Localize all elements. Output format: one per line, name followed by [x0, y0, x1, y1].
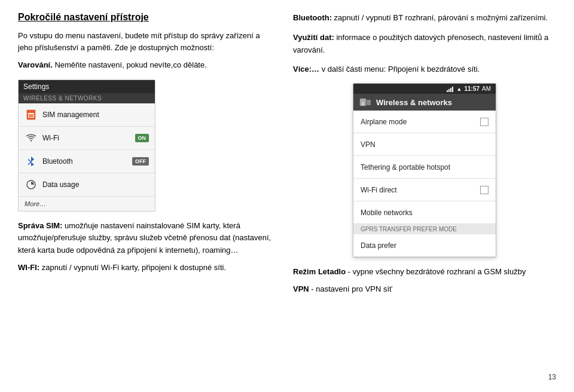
svg-line-6	[28, 159, 31, 162]
phone-row-data: Data usage	[19, 173, 155, 197]
data-desc-term: Využití dat:	[293, 33, 336, 42]
right-desc-bluetooth: Bluetooth: zapnutí / vypnutí BT rozhraní…	[293, 12, 556, 24]
phone2-row-tethering: Tethering & portable hotspot	[353, 156, 496, 179]
wireless-title-icon	[359, 97, 371, 107]
svg-marker-4	[31, 157, 34, 162]
data-usage-label: Data usage	[42, 180, 149, 189]
sim-term: Správa SIM:	[18, 221, 65, 230]
phone2-section-gprs: GPRS transfer prefer mode	[353, 224, 496, 234]
bluetooth-desc-term: Bluetooth:	[293, 13, 334, 22]
phone2-row-vpn: VPN	[353, 133, 496, 156]
wifidirect-label: Wi-Fi direct	[361, 186, 397, 194]
signal-bars	[447, 86, 453, 92]
page-number: 13	[548, 373, 556, 381]
phone-row-bluetooth: Bluetooth OFF	[19, 150, 155, 173]
bottom-left-section: Správa SIM: umožňuje nastavení nainstalo…	[18, 220, 275, 274]
bluetooth-icon	[25, 155, 38, 168]
phone-screenshot-wireless: ▲ 11:57 AM Wireless & networks Airplane …	[353, 83, 496, 258]
phone-screenshot-settings: Settings WIRELESS & NETWORKS SIM managem…	[18, 79, 155, 212]
phone-screen: WIRELESS & NETWORKS SIM management	[19, 93, 155, 211]
bluetooth-desc: Bluetooth: zapnutí / vypnutí BT rozhraní…	[293, 12, 556, 24]
vpn-description: VPN - nastavení pro VPN síť	[293, 283, 556, 296]
right-column: Bluetooth: zapnutí / vypnutí BT rozhraní…	[287, 12, 556, 380]
bluetooth-toggle: OFF	[132, 157, 149, 166]
airplane-text: - vypne všechny bezdrátové rozhraní a GS…	[348, 267, 526, 276]
wifi-description: WI-FI: zapnutí / vypnutí Wi-Fi karty, př…	[18, 262, 275, 274]
more-desc-text: v další části menu: Připojení k bezdráto…	[322, 65, 480, 74]
phone-row-sim: SIM management	[19, 103, 155, 127]
sim-icon	[25, 108, 38, 121]
airplane-checkbox	[480, 118, 488, 126]
airplane-description: Režim Letadlo - vypne všechny bezdrátové…	[293, 266, 556, 278]
phone2-row-airplane: Airplane mode	[353, 111, 496, 133]
svg-line-7	[28, 162, 31, 165]
bluetooth-label: Bluetooth	[42, 157, 127, 166]
left-column: Pokročilé nastavení přístroje Po vstupu …	[18, 12, 287, 380]
sim-label: SIM management	[42, 111, 149, 119]
status-time: 11:57	[464, 85, 480, 92]
warning-body: Neměňte nastavení, pokud nevíte,co dělát…	[54, 60, 206, 69]
vpn-text: - nastavení pro VPN síť	[311, 284, 392, 293]
svg-marker-5	[31, 162, 34, 166]
svg-point-3	[30, 140, 32, 141]
warning-text: Varování. Neměňte nastavení, pokud nevít…	[18, 59, 275, 71]
phone2-title: Wireless & networks	[376, 98, 452, 107]
phone-more-row: More…	[19, 197, 155, 211]
vpn-label: VPN	[361, 140, 375, 149]
phone2-row-gprs: Data prefer	[353, 234, 496, 257]
svg-rect-2	[29, 114, 33, 117]
data-usage-icon	[25, 178, 38, 191]
data-desc: Využití dat: informace o použitých datov…	[293, 32, 556, 57]
phone-titlebar: Settings	[19, 80, 155, 93]
bottom-right-section: Režim Letadlo - vypne všechny bezdrátové…	[293, 266, 556, 296]
wifi-toggle: ON	[135, 134, 149, 142]
wifidirect-checkbox	[480, 186, 488, 194]
wifi-term: WI-FI:	[18, 263, 42, 272]
vpn-term: VPN	[293, 284, 311, 293]
gprs-label: Data prefer	[361, 241, 396, 250]
airplane-term: Režim Letadlo	[293, 267, 348, 276]
more-desc: Více:… v další části menu: Připojení k b…	[293, 63, 556, 76]
status-am: AM	[482, 85, 491, 92]
phone2-row-mobile: Mobile networks	[353, 201, 496, 224]
svg-rect-10	[367, 100, 371, 105]
phone-row-wifi: Wi-Fi ON	[19, 127, 155, 150]
wifi-text: zapnutí / vypnutí Wi-Fi karty, připojení…	[42, 263, 226, 272]
airplane-label: Airplane mode	[361, 118, 407, 126]
intro-text: Po vstupu do menu nastavení, budete mít …	[18, 30, 275, 53]
wifi-label: Wi-Fi	[42, 134, 130, 142]
phone2-titlebar: Wireless & networks	[353, 94, 496, 111]
right-desc-data: Využití dat: informace o použitých datov…	[293, 32, 556, 57]
status-wifi-icon: ▲	[457, 86, 462, 92]
warning-label: Varování.	[18, 60, 54, 69]
mobile-label: Mobile networks	[361, 209, 413, 217]
tethering-label: Tethering & portable hotspot	[361, 163, 450, 172]
sim-description: Správa SIM: umožňuje nastavení nainstalo…	[18, 220, 275, 257]
more-desc-term: Více:…	[293, 65, 322, 74]
page-title: Pokročilé nastavení přístroje	[18, 12, 275, 23]
phone-title: Settings	[23, 82, 150, 91]
phone2-statusbar: ▲ 11:57 AM	[353, 84, 496, 94]
wifi-icon	[25, 131, 38, 145]
right-desc-more: Více:… v další části menu: Připojení k b…	[293, 63, 556, 76]
phone-section-header: WIRELESS & NETWORKS	[19, 93, 155, 103]
bluetooth-desc-text: zapnutí / vypnutí BT rozhraní, párování …	[334, 13, 548, 22]
phone2-row-wifidirect: Wi-Fi direct	[353, 179, 496, 201]
